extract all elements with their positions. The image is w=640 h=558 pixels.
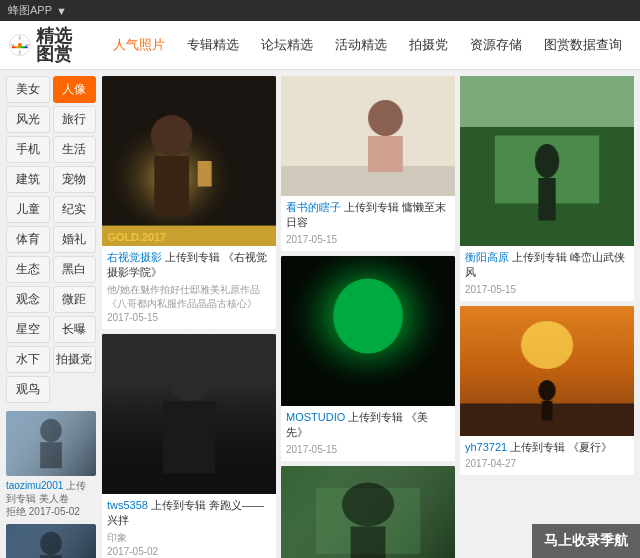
logo-texts: 精选图赏 (36, 27, 83, 63)
photo-date-7: 2017-04-27 (465, 457, 629, 471)
svg-rect-6 (12, 46, 28, 48)
nav-query[interactable]: 图赏数据查询 (534, 30, 632, 60)
photo-img-4 (281, 256, 455, 406)
photo-title-4: MOSTUDIO 上传到专辑 《美先》 (286, 410, 450, 441)
cat-shooting[interactable]: 拍摄党 (53, 346, 97, 373)
photo-img-1 (102, 334, 276, 494)
photo-title-1: tws5358 上传到专辑 奔跑义——兴拌 (107, 498, 271, 529)
photo-album-7: 《夏行》 (568, 441, 612, 453)
photo-title-7: yh73721 上传到专辑 《夏行》 (465, 440, 629, 455)
logo-icon (8, 27, 32, 63)
cat-architecture[interactable]: 建筑 (6, 166, 50, 193)
cat-ecology[interactable]: 生态 (6, 256, 50, 283)
logo: 精选图赏 (8, 27, 83, 63)
nav-popular[interactable]: 人气照片 (103, 30, 175, 60)
photo-card-6[interactable]: 衡阳高原 上传到专辑 峰峦山武侠风 2017-05-15 (460, 76, 634, 301)
photo-img-3 (281, 76, 455, 196)
sidebar-thumb-2: 贝尔频道 上传到专辑 摄像~~~~~钰 2017-05-02 (6, 524, 96, 558)
photo-card-4[interactable]: MOSTUDIO 上传到专辑 《美先》 2017-05-15 (281, 256, 455, 461)
topbar-arrow: ▼ (56, 5, 67, 17)
sidebar-thumb-1-user: taozimu2001 (6, 480, 63, 491)
topbar: 蜂图APP ▼ (0, 0, 640, 21)
category-grid: 美女 人像 风光 旅行 手机 生活 建筑 宠物 儿童 纪实 体育 婚礼 生态 黑… (6, 76, 96, 403)
photo-date-1: 2017-05-02 (107, 545, 271, 558)
cat-bird[interactable]: 观鸟 (6, 376, 50, 403)
photo-title-0: 右视觉摄影 上传到专辑 《右视觉摄影学院》 (107, 250, 271, 281)
nav-shooting[interactable]: 拍摄党 (399, 30, 458, 60)
cat-scenery[interactable]: 风光 (6, 106, 50, 133)
photo-card-3[interactable]: 看书的瞎子 上传到专辑 慵懒至末日容 2017-05-15 (281, 76, 455, 251)
nav-forum[interactable]: 论坛精选 (251, 30, 323, 60)
nav-resource[interactable]: 资源存储 (460, 30, 532, 60)
header: 精选图赏 人气照片 专辑精选 论坛精选 活动精选 拍摄党 资源存储 图赏数据查询 (0, 21, 640, 70)
photo-col-1: 看书的瞎子 上传到专辑 慵懒至末日容 2017-05-15 MOSTUDIO 上… (281, 76, 455, 558)
photo-img-6 (460, 76, 634, 246)
photo-date-0: 2017-05-15 (107, 311, 271, 325)
photo-img-7 (460, 306, 634, 436)
watermark-text: 马上收录季航 (544, 532, 628, 548)
photo-card-7[interactable]: yh73721 上传到专辑 《夏行》 2017-04-27 (460, 306, 634, 475)
photo-card-0[interactable]: 右视觉摄影 上传到专辑 《右视觉摄影学院》 他/她在魅作拍好仕邸雅美礼原作品《八… (102, 76, 276, 329)
photo-action-0: 上传到专辑 (165, 251, 220, 263)
photo-date-3: 2017-05-15 (286, 233, 450, 247)
sidebar-thumb-1: taozimu2001 上传到专辑 美人卷 拒绝 2017-05-02 (6, 411, 96, 518)
sidebar-thumb-2-img[interactable] (6, 524, 96, 558)
cat-concept[interactable]: 观念 (6, 286, 50, 313)
cat-documentary[interactable]: 纪实 (53, 196, 97, 223)
photo-user-6: 衡阳高原 (465, 251, 509, 263)
photo-title-3: 看书的瞎子 上传到专辑 慵懒至末日容 (286, 200, 450, 231)
sidebar: 美女 人像 风光 旅行 手机 生活 建筑 宠物 儿童 纪实 体育 婚礼 生态 黑… (6, 76, 96, 558)
cat-travel[interactable]: 旅行 (53, 106, 97, 133)
photo-user-4: MOSTUDIO (286, 411, 345, 423)
sidebar-thumb-1-album: 美人卷 (39, 493, 69, 504)
main-content: 美女 人像 风光 旅行 手机 生活 建筑 宠物 儿童 纪实 体育 婚礼 生态 黑… (0, 70, 640, 558)
cat-children[interactable]: 儿童 (6, 196, 50, 223)
cat-underwater[interactable]: 水下 (6, 346, 50, 373)
cat-pet[interactable]: 宠物 (53, 166, 97, 193)
cat-star[interactable]: 星空 (6, 316, 50, 343)
cat-beauty[interactable]: 美女 (6, 76, 50, 103)
photo-card-1[interactable]: tws5358 上传到专辑 奔跑义——兴拌 印象 2017-05-02 (102, 334, 276, 558)
main-nav: 人气照片 专辑精选 论坛精选 活动精选 拍摄党 资源存储 图赏数据查询 (103, 30, 632, 60)
photo-date-6: 2017-05-15 (465, 283, 629, 297)
nav-album[interactable]: 专辑精选 (177, 30, 249, 60)
photo-user-3: 看书的瞎子 (286, 201, 341, 213)
cat-longexpo[interactable]: 长曝 (53, 316, 97, 343)
photo-action-7: 上传到专辑 (510, 441, 565, 453)
photo-grid: 右视觉摄影 上传到专辑 《右视觉摄影学院》 他/她在魅作拍好仕邸雅美礼原作品《八… (102, 76, 634, 558)
photo-action-4: 上传到专辑 (348, 411, 403, 423)
sidebar-thumb-1-img[interactable] (6, 411, 96, 476)
photo-action-3: 上传到专辑 (344, 201, 399, 213)
photo-action-1: 上传到专辑 (151, 499, 206, 511)
photo-col-0: 右视觉摄影 上传到专辑 《右视觉摄影学院》 他/她在魅作拍好仕邸雅美礼原作品《八… (102, 76, 276, 558)
cat-bw[interactable]: 黑白 (53, 256, 97, 283)
photo-desc-1: 印象 (107, 531, 271, 545)
photo-user-1: tws5358 (107, 499, 148, 511)
watermark: 马上收录季航 (532, 524, 640, 558)
photo-card-5[interactable]: 自然 2017-05-15 (281, 466, 455, 558)
cat-wedding[interactable]: 婚礼 (53, 226, 97, 253)
photo-desc-0: 他/她在魅作拍好仕邸雅美礼原作品《八哥都内私服作品晶晶古核心》 (107, 283, 271, 311)
photo-user-0: 右视觉摄影 (107, 251, 162, 263)
nav-activity[interactable]: 活动精选 (325, 30, 397, 60)
photo-date-4: 2017-05-15 (286, 443, 450, 457)
cat-portrait[interactable]: 人像 (53, 76, 97, 103)
sidebar-thumb-1-extra: 拒绝 (6, 506, 26, 517)
app-label: 蜂图APP (8, 3, 52, 18)
photo-action-6: 上传到专辑 (512, 251, 567, 263)
cat-macro[interactable]: 微距 (53, 286, 97, 313)
photo-col-2: 衡阳高原 上传到专辑 峰峦山武侠风 2017-05-15 yh73721 上传到… (460, 76, 634, 475)
cat-sport[interactable]: 体育 (6, 226, 50, 253)
photo-user-7: yh73721 (465, 441, 507, 453)
cat-life[interactable]: 生活 (53, 136, 97, 163)
photo-title-6: 衡阳高原 上传到专辑 峰峦山武侠风 (465, 250, 629, 281)
sidebar-thumb-1-date: 2017-05-02 (29, 506, 80, 517)
photo-img-5 (281, 466, 455, 558)
photo-img-0 (102, 76, 276, 246)
logo-main-text: 精选图赏 (36, 27, 83, 63)
cat-phone[interactable]: 手机 (6, 136, 50, 163)
